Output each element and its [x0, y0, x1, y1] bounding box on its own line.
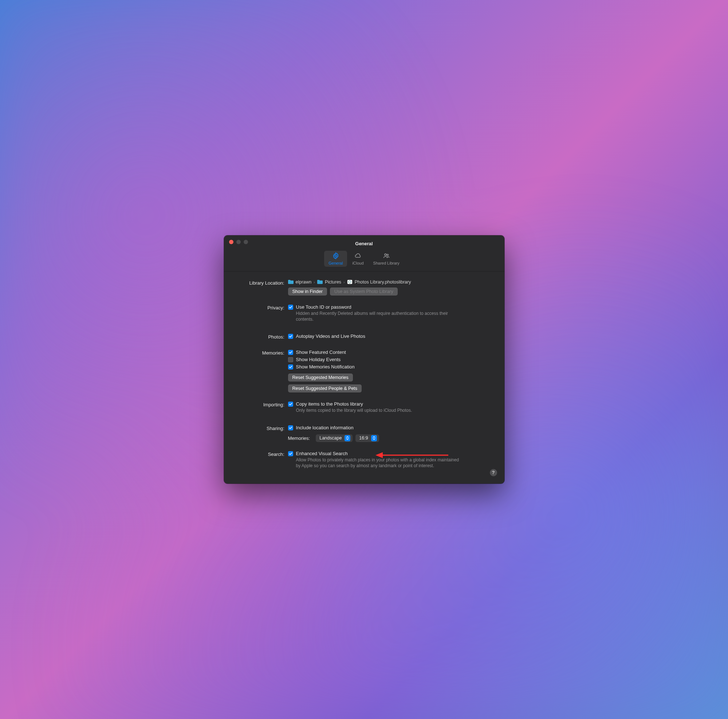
content-area: Library Location: elprawn › Pictures › P… — [224, 271, 505, 484]
use-as-system-library-button[interactable]: Use as System Photo Library — [330, 288, 398, 296]
tab-shared-label: Shared Library — [373, 261, 399, 265]
importing-text: Copy items to the Photos library — [296, 401, 412, 407]
svg-rect-4 — [288, 280, 291, 281]
toolbar: General iCloud Shared Library — [224, 248, 505, 271]
tab-icloud[interactable]: iCloud — [348, 251, 368, 267]
svg-point-0 — [335, 255, 336, 257]
library-location-label: Library Location: — [234, 279, 288, 286]
featured-checkbox[interactable] — [288, 350, 293, 355]
privacy-desc: Hidden and Recently Deleted albums will … — [296, 310, 463, 322]
tab-general-label: General — [329, 261, 343, 265]
reset-memories-button[interactable]: Reset Suggested Memories — [288, 374, 353, 382]
tab-icloud-label: iCloud — [352, 261, 364, 265]
crumb-2: Photos Library.photoslibrary — [355, 279, 411, 285]
home-folder-icon — [288, 280, 294, 285]
aspect-dropdown[interactable]: 16:9 — [355, 434, 379, 442]
svg-point-1 — [385, 254, 386, 256]
photos-label: Photos: — [234, 333, 288, 340]
titlebar: General — [224, 235, 505, 248]
holiday-checkbox[interactable] — [288, 357, 293, 362]
tab-general[interactable]: General — [324, 251, 347, 267]
svg-point-2 — [387, 254, 388, 256]
breadcrumb[interactable]: elprawn › Pictures › Photos Library.phot… — [288, 279, 495, 285]
svg-rect-6 — [317, 280, 320, 281]
traffic-lights — [229, 240, 248, 244]
importing-checkbox[interactable] — [288, 402, 293, 407]
photos-library-icon — [347, 280, 353, 285]
search-checkbox[interactable] — [288, 451, 293, 456]
svg-rect-7 — [347, 280, 352, 284]
people-icon — [382, 252, 390, 259]
privacy-option-text: Use Touch ID or password — [296, 304, 463, 310]
close-button[interactable] — [229, 240, 234, 244]
search-label: Search: — [234, 451, 288, 457]
holiday-text: Show Holiday Events — [296, 357, 341, 362]
maximize-button[interactable] — [244, 240, 248, 244]
notification-text: Show Memories Notification — [296, 364, 355, 369]
cloud-icon — [354, 252, 362, 259]
memories-label: Memories: — [234, 350, 288, 356]
aspect-value: 16:9 — [359, 435, 368, 441]
importing-label: Importing: — [234, 401, 288, 408]
sharing-checkbox[interactable] — [288, 425, 293, 430]
show-in-finder-button[interactable]: Show in Finder — [288, 288, 327, 296]
autoplay-checkbox[interactable] — [288, 334, 293, 339]
settings-window: General General iCloud Shared Library — [224, 235, 505, 484]
crumb-0: elprawn — [296, 279, 312, 285]
privacy-label: Privacy: — [234, 304, 288, 310]
importing-desc: Only items copied to the library will up… — [296, 408, 412, 413]
notification-checkbox[interactable] — [288, 365, 293, 369]
sharing-label: Sharing: — [234, 425, 288, 431]
window-title: General — [355, 241, 373, 246]
minimize-button[interactable] — [236, 240, 241, 244]
chevron-updown-icon — [371, 435, 377, 441]
autoplay-text: Autoplay Videos and Live Photos — [296, 333, 366, 339]
chevron-updown-icon — [344, 435, 350, 441]
tab-shared-library[interactable]: Shared Library — [369, 251, 404, 267]
search-text: Enhanced Visual Search — [296, 451, 463, 456]
memories-sublabel: Memories: — [288, 435, 310, 441]
chevron-right-icon: › — [314, 280, 315, 284]
crumb-1: Pictures — [325, 279, 341, 285]
orientation-dropdown[interactable]: Landscape — [316, 434, 353, 442]
featured-text: Show Featured Content — [296, 350, 346, 355]
privacy-checkbox[interactable] — [288, 305, 293, 310]
search-desc: Allow Photos to privately match places i… — [296, 457, 463, 469]
reset-people-button[interactable]: Reset Suggested People & Pets — [288, 385, 362, 392]
folder-icon — [317, 280, 323, 285]
gear-icon — [332, 252, 340, 259]
sharing-text: Include location information — [296, 425, 353, 430]
help-button[interactable]: ? — [490, 469, 497, 476]
chevron-right-icon: › — [343, 280, 345, 284]
orientation-value: Landscape — [320, 435, 342, 441]
